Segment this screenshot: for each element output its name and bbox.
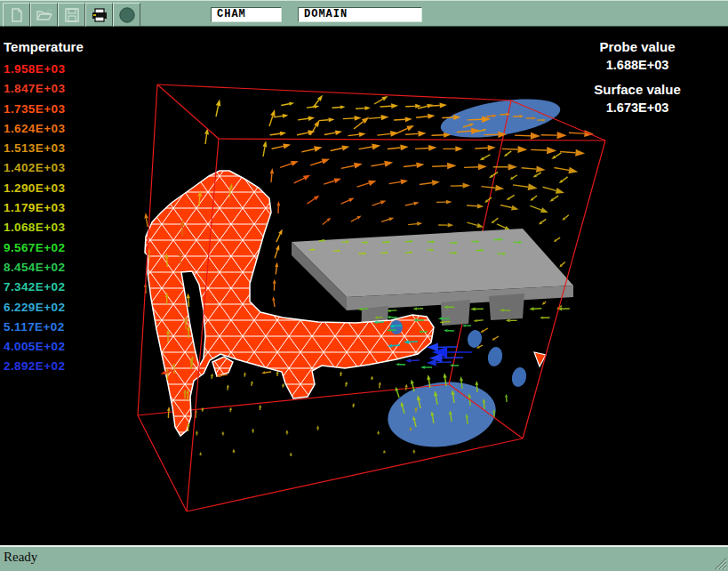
domain-box-edge [157,84,511,101]
legend-entry: 1.068E+03 [4,218,84,237]
record-circle-icon [118,7,136,23]
page-icon [8,7,26,23]
legend-title: Temperature [4,39,84,54]
legend-entry: 8.454E+02 [4,258,84,277]
status-text: Ready [4,550,37,565]
new-file-button[interactable] [3,3,30,27]
legend-entry: 1.847E+03 [4,79,84,99]
print-button[interactable] [85,3,113,27]
probe-readout: Probe value 1.688E+03 Surface value 1.67… [566,39,708,115]
printer-icon [91,7,108,23]
floor-inlet [384,376,500,453]
legend-entry: 1.290E+03 [4,179,84,198]
legend-entry: 2.892E+02 [4,357,84,376]
legend-entry: 9.567E+02 [4,238,84,258]
legend-entry: 1.513E+03 [4,139,84,158]
wall-opening-3 [510,366,528,389]
legend-entry: 4.005E+02 [4,337,84,357]
slab-face [489,294,524,320]
save-file-button[interactable] [58,3,85,27]
legend-entry: 6.229E+02 [4,298,84,318]
status-bar: Ready [0,545,728,571]
domain-box-edge [187,438,523,511]
legend-entry: 1.179E+03 [4,198,84,218]
viewport-3d: Temperature 1.958E+031.847E+031.735E+031… [0,27,728,545]
legend-entry: 5.117E+02 [4,318,84,337]
open-folder-icon [36,7,53,23]
open-file-button[interactable] [30,3,58,27]
legend-entry: 1.958E+03 [4,60,84,79]
surface-value-label: Surface value [566,82,708,97]
probe-value: 1.688E+03 [566,58,708,72]
cham-field[interactable]: CHAM [211,7,282,22]
phoenics-viewer-window: CHAM DOMAIN Temperature 1.958E+031.847E+… [0,0,728,571]
record-button[interactable] [113,3,140,27]
legend-entry: 1.402E+03 [4,158,84,178]
domain-field[interactable]: DOMAIN [298,7,422,22]
surface-value: 1.673E+03 [566,101,708,115]
toolbar: CHAM DOMAIN [0,0,728,27]
legend-entries: 1.958E+031.847E+031.735E+031.624E+031.51… [4,60,84,377]
plume-opening [390,320,403,334]
legend-entry: 7.342E+02 [4,277,84,297]
legend-entry: 1.624E+03 [4,119,84,139]
domain-box-edge [219,139,605,141]
domain-box-edge [157,84,219,139]
resize-grip[interactable] [714,557,727,570]
wall-opening-2 [486,346,504,368]
floppy-icon [63,7,81,23]
legend-entry: 1.735E+03 [4,100,84,119]
probe-value-label: Probe value [566,39,708,54]
wall-hot-spot [534,352,546,366]
temperature-legend: Temperature 1.958E+031.847E+031.735E+031… [4,39,84,377]
